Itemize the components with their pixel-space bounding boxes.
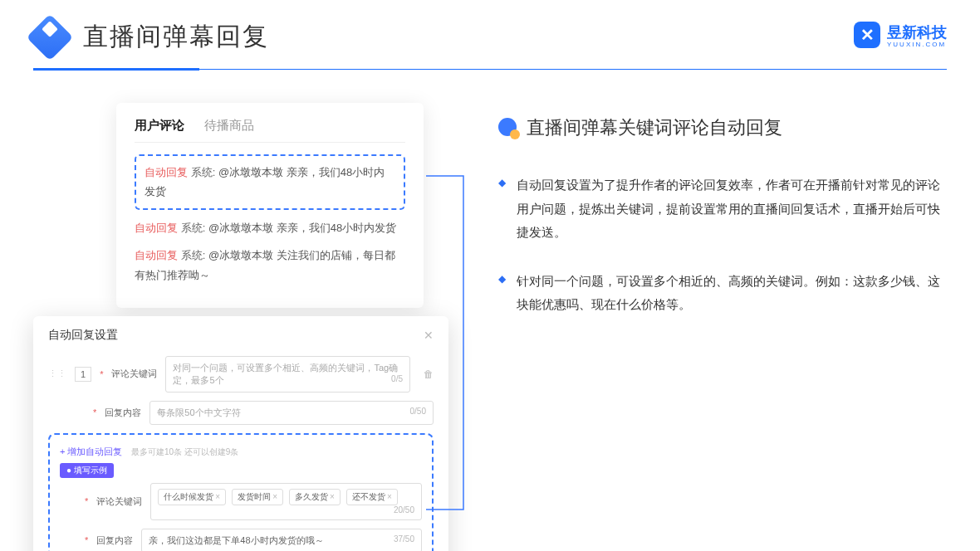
tag-chip[interactable]: 什么时候发货×: [158, 489, 226, 505]
settings-title: 自动回复设置: [48, 328, 118, 343]
trash-icon[interactable]: 🗑: [424, 368, 434, 380]
tabs: 用户评论 待播商品: [135, 118, 405, 143]
tab-user-comments[interactable]: 用户评论: [135, 118, 184, 134]
brand-icon: ✕: [854, 22, 880, 48]
example-reply-text: 亲，我们这边都是下单48小时内发货的哦～: [149, 535, 323, 545]
reply-input[interactable]: 每条限50个中文字符 0/50: [149, 401, 434, 425]
required-dot: *: [100, 369, 103, 379]
auto-reply-settings-card: 自动回复设置 ✕ ⋮⋮ 1 * 评论关键词 对同一个问题，可设置多个相近、高频的…: [33, 316, 448, 551]
form-row-reply: * 回复内容 每条限50个中文字符 0/50: [48, 401, 434, 425]
bubble-icon: [498, 118, 518, 138]
divider: [33, 69, 947, 70]
section-title: 直播间弹幕关键词评论自动回复: [498, 115, 947, 140]
brand-logo: ✕ 昱新科技 YUUXIN.COM: [854, 22, 947, 48]
example-reply-input[interactable]: 亲，我们这边都是下单48小时内发货的哦～ 37/50: [141, 529, 422, 551]
auto-reply-tag: 自动回复: [145, 166, 188, 178]
placeholder: 对同一个问题，可设置多个相近、高频的关键词，Tag确定，最多5个: [173, 363, 398, 385]
auto-reply-tag: 自动回复: [135, 249, 178, 261]
tag-chip[interactable]: 多久发货×: [289, 489, 341, 505]
system-label: 系统:: [191, 166, 216, 178]
example-panel: + 增加自动回复 最多可建10条 还可以创建9条 ● 填写示例 * 评论关键词 …: [48, 433, 434, 551]
drag-icon[interactable]: ⋮⋮: [48, 368, 66, 379]
comment-text: @冰墩墩本墩 亲亲，我们48小时内发货: [208, 222, 396, 234]
system-label: 系统:: [181, 249, 206, 261]
close-icon[interactable]: ✕: [424, 329, 434, 342]
placeholder: 每条限50个中文字符: [157, 407, 240, 417]
auto-reply-tag: 自动回复: [135, 222, 178, 234]
example-keyword-input[interactable]: 什么时候发货× 发货时间× 多久发货× 还不发货× 20/50: [150, 483, 422, 520]
char-count: 20/50: [394, 505, 414, 514]
index-badge: 1: [75, 367, 91, 382]
char-count: 37/50: [394, 534, 414, 544]
comment-row: 自动回复 系统: @冰墩墩本墩 亲亲，我们48小时内发货: [135, 218, 405, 237]
char-count: 0/5: [391, 374, 403, 383]
keyword-label: 评论关键词: [111, 368, 157, 380]
form-row-keyword: ⋮⋮ 1 * 评论关键词 对同一个问题，可设置多个相近、高频的关键词，Tag确定…: [48, 356, 434, 393]
reply-label: 回复内容: [105, 407, 141, 419]
bullet-item: 针对同一个问题，可设置多个相近的、高频的关键词。例如：这款多少钱、这块能优惠吗、…: [498, 270, 947, 317]
page-title: 直播间弹幕回复: [83, 20, 269, 54]
example-reply-row: * 回复内容 亲，我们这边都是下单48小时内发货的哦～ 37/50: [60, 529, 422, 551]
tab-pending-goods[interactable]: 待播商品: [204, 118, 254, 134]
required-dot: *: [85, 496, 88, 506]
tag-chip[interactable]: 还不发货×: [346, 489, 398, 505]
char-count: 0/50: [410, 407, 426, 416]
required-dot: *: [93, 407, 96, 417]
add-reply-link[interactable]: + 增加自动回复: [60, 446, 122, 456]
example-badge: ● 填写示例: [60, 463, 114, 478]
reply-label: 回复内容: [96, 534, 133, 547]
bullet-item: 自动回复设置为了提升作者的评论回复效率，作者可在开播前针对常见的评论用户问题，提…: [498, 173, 947, 245]
cube-icon: [27, 13, 74, 61]
example-keyword-row: * 评论关键词 什么时候发货× 发货时间× 多久发货× 还不发货× 20/50: [60, 483, 422, 520]
comments-card: 用户评论 待播商品 自动回复 系统: @冰墩墩本墩 亲亲，我们48小时内发货 自…: [116, 103, 424, 308]
brand-sub: YUUXIN.COM: [887, 41, 947, 48]
section-heading: 直播间弹幕关键词评论自动回复: [527, 115, 782, 140]
add-hint: 最多可建10条 还可以创建9条: [131, 447, 238, 456]
brand-name: 昱新科技: [887, 22, 947, 42]
tag-chip[interactable]: 发货时间×: [232, 489, 283, 505]
comment-row: 自动回复 系统: @冰墩墩本墩 关注我们的店铺，每日都有热门推荐呦～: [135, 246, 405, 285]
keyword-input[interactable]: 对同一个问题，可设置多个相近、高频的关键词，Tag确定，最多5个 0/5: [165, 356, 410, 393]
system-label: 系统:: [181, 222, 206, 234]
required-dot: *: [85, 535, 88, 545]
comment-row-highlighted: 自动回复 系统: @冰墩墩本墩 亲亲，我们48小时内发货: [135, 154, 405, 210]
keyword-label: 评论关键词: [96, 495, 142, 508]
